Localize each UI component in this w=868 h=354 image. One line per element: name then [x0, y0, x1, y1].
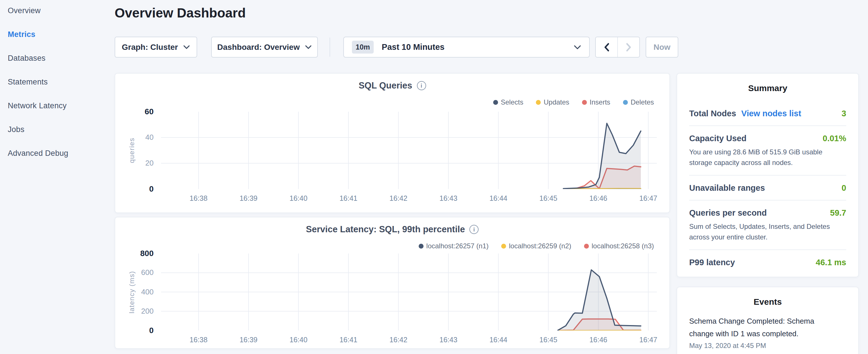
chevron-down-icon — [305, 45, 312, 49]
y-axis-tick-label: 800 — [115, 249, 154, 258]
now-button[interactable]: Now — [646, 37, 678, 58]
legend-item: Updates — [536, 98, 569, 106]
summary-title: Summary — [689, 74, 846, 93]
dashboard-dropdown[interactable]: Dashboard: Overview — [211, 37, 318, 58]
x-axis-tick-label: 16:47 — [628, 194, 668, 202]
view-nodes-list-link[interactable]: View nodes list — [741, 109, 801, 118]
x-axis-tick-label: 16:44 — [478, 194, 518, 202]
summary-row-label: Capacity Used — [689, 134, 746, 143]
chart-plot-area — [161, 254, 657, 330]
x-axis-tick-label: 16:41 — [329, 336, 369, 344]
x-axis-tick-label: 16:44 — [478, 336, 518, 344]
chart-header: SQL Queries i — [115, 81, 670, 91]
sidebar-item-jobs[interactable]: Jobs — [8, 125, 105, 134]
summary-row-description: You are using 28.6 MiB of 515.9 GiB usab… — [689, 147, 846, 168]
summary-panel: Summary Total Nodes View nodes list 3 Ca… — [677, 73, 859, 277]
x-axis-tick-label: 16:42 — [378, 194, 418, 202]
summary-row-queries-per-second: Queries per second 59.7 Sum of Selects, … — [689, 200, 846, 250]
legend-label: Selects — [501, 98, 524, 106]
x-axis-tick-label: 16:39 — [228, 336, 269, 344]
event-message: Schema Change Completed: Schema change w… — [689, 315, 833, 340]
summary-row-description: Sum of Selects, Updates, Inserts, and De… — [689, 221, 846, 242]
chart-plot-area — [161, 112, 657, 189]
chart-legend: localhost:26257 (n1)localhost:26259 (n2)… — [419, 242, 654, 250]
legend-label: localhost:26259 (n2) — [509, 242, 571, 250]
graph-dropdown-label: Graph: Cluster — [122, 43, 178, 52]
x-axis-tick-label: 16:45 — [528, 194, 568, 202]
sidebar-item-network-latency[interactable]: Network Latency — [8, 101, 105, 110]
summary-row-value: 0.01% — [823, 134, 846, 143]
sidebar-item-overview[interactable]: Overview — [8, 6, 105, 15]
summary-row-value: 0 — [842, 183, 846, 193]
sql-queries-chart-card: SQL Queries i 020406016:3816:3916:4016:4… — [115, 73, 670, 213]
x-axis-tick-label: 16:42 — [378, 336, 418, 344]
sidebar-item-databases[interactable]: Databases — [8, 54, 105, 63]
x-axis-tick-label: 16:38 — [179, 194, 219, 202]
legend-label: Deletes — [631, 98, 654, 106]
sidebar-item-metrics[interactable]: Metrics — [8, 30, 105, 39]
sidebar: Overview Metrics Databases Statements Ne… — [8, 6, 105, 173]
event-item[interactable]: Schema Change Completed: Schema change w… — [689, 315, 846, 350]
chevron-right-icon — [626, 43, 631, 52]
legend-item: localhost:26258 (n3) — [584, 242, 654, 250]
summary-row-label: Total Nodes — [689, 109, 736, 118]
time-range-badge: 10m — [352, 41, 374, 54]
chart-header: Service Latency: SQL, 99th percentile i — [115, 224, 670, 234]
page-title: Overview Dashboard — [115, 5, 246, 21]
summary-row-capacity-used: Capacity Used 0.01% You are using 28.6 M… — [689, 126, 846, 175]
y-axis-label: queries — [128, 137, 136, 163]
events-panel: Events Schema Change Completed: Schema c… — [677, 287, 859, 354]
summary-row-value: 59.7 — [830, 208, 846, 218]
summary-row-p99-latency: P99 latency 46.1 ms — [689, 250, 846, 275]
legend-item: Deletes — [623, 98, 654, 106]
x-axis-tick-label: 16:45 — [528, 336, 568, 344]
legend-dot-icon — [584, 244, 589, 249]
chevron-down-icon — [574, 45, 581, 50]
time-pager — [595, 37, 640, 58]
app: Overview Metrics Databases Statements Ne… — [0, 0, 868, 354]
info-icon[interactable]: i — [417, 81, 426, 90]
legend-label: Updates — [544, 98, 569, 106]
x-axis-tick-label: 16:43 — [428, 336, 468, 344]
sidebar-item-advanced-debug[interactable]: Advanced Debug — [8, 149, 105, 158]
legend-label: localhost:26257 (n1) — [426, 242, 489, 250]
legend-dot-icon — [582, 100, 587, 105]
summary-row-value: 46.1 ms — [816, 258, 846, 267]
summary-row-label: P99 latency — [689, 258, 735, 267]
events-title: Events — [689, 287, 846, 307]
chevron-left-icon — [604, 43, 610, 52]
prev-time-button[interactable] — [596, 37, 618, 57]
legend-item: localhost:26257 (n1) — [419, 242, 489, 250]
y-axis-tick-label: 60 — [115, 107, 154, 116]
sidebar-item-statements[interactable]: Statements — [8, 77, 105, 87]
y-axis-tick-label: 0 — [115, 326, 154, 335]
x-axis-tick-label: 16:43 — [428, 194, 468, 202]
legend-label: localhost:26258 (n3) — [592, 242, 654, 250]
x-axis-tick-label: 16:38 — [179, 336, 219, 344]
summary-row-label: Unavailable ranges — [689, 183, 765, 193]
next-time-button[interactable] — [618, 37, 639, 57]
legend-dot-icon — [493, 100, 498, 105]
time-range-label: Past 10 Minutes — [382, 42, 444, 52]
chart-title: Service Latency: SQL, 99th percentile — [306, 224, 465, 234]
x-axis-tick-label: 16:47 — [628, 336, 668, 344]
dashboard-dropdown-label: Dashboard: Overview — [217, 43, 300, 52]
y-axis-label: latency (ms) — [128, 271, 136, 313]
x-axis-tick-label: 16:39 — [228, 194, 269, 202]
x-axis-tick-label: 16:46 — [578, 336, 618, 344]
legend-label: Inserts — [590, 98, 610, 106]
y-axis-tick-label: 0 — [115, 185, 154, 194]
legend-item: Inserts — [582, 98, 610, 106]
chevron-down-icon — [183, 45, 190, 49]
legend-dot-icon — [623, 100, 628, 105]
service-latency-chart-card: Service Latency: SQL, 99th percentile i … — [115, 217, 670, 349]
event-timestamp: May 13, 2020 at 4:45 PM — [689, 342, 846, 350]
legend-dot-icon — [536, 100, 541, 105]
summary-row-total-nodes: Total Nodes View nodes list 3 — [689, 101, 846, 126]
x-axis-tick-label: 16:46 — [578, 194, 618, 202]
graph-dropdown[interactable]: Graph: Cluster — [115, 37, 197, 58]
info-icon[interactable]: i — [469, 225, 478, 234]
summary-row-label: Queries per second — [689, 208, 767, 218]
time-range-dropdown[interactable]: 10m Past 10 Minutes — [343, 37, 590, 58]
legend-item: Selects — [493, 98, 524, 106]
